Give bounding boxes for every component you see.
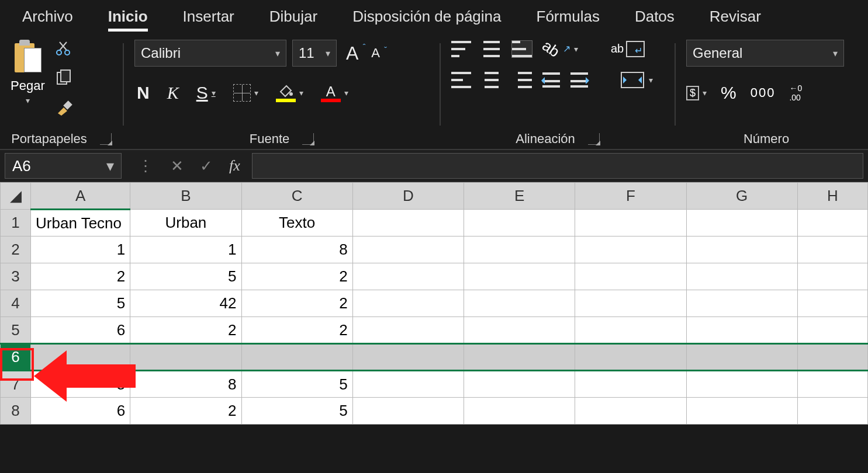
col-header-b[interactable]: B xyxy=(130,183,241,210)
tab-formulas[interactable]: Fórmulas xyxy=(519,2,617,33)
col-header-g[interactable]: G xyxy=(686,183,797,210)
wrap-text-button[interactable]: ab xyxy=(611,41,645,57)
cell[interactable]: 2 xyxy=(31,263,130,290)
cell[interactable]: 2 xyxy=(130,317,241,344)
cell[interactable] xyxy=(130,344,241,371)
cell[interactable] xyxy=(464,317,575,344)
cell[interactable] xyxy=(352,210,464,236)
cell[interactable] xyxy=(797,210,867,236)
cell[interactable]: 6 xyxy=(31,398,130,425)
cell[interactable] xyxy=(686,290,797,317)
cell[interactable]: Urban xyxy=(130,210,241,236)
cell[interactable] xyxy=(797,317,867,344)
cell[interactable] xyxy=(464,290,575,317)
col-header-f[interactable]: F xyxy=(575,183,686,210)
cell[interactable] xyxy=(352,371,464,398)
tab-disposicion[interactable]: Disposición de página xyxy=(335,2,518,33)
align-center-icon[interactable] xyxy=(482,72,502,88)
cell[interactable]: Urban Tecno xyxy=(31,210,130,236)
cell[interactable]: 5 xyxy=(31,371,130,398)
cell[interactable] xyxy=(352,398,464,425)
cell[interactable]: 5 xyxy=(241,398,352,425)
cell[interactable] xyxy=(797,371,867,398)
cell[interactable] xyxy=(686,371,797,398)
cell[interactable]: 2 xyxy=(241,263,352,290)
tab-dibujar[interactable]: Dibujar xyxy=(252,2,335,33)
cell[interactable] xyxy=(464,371,575,398)
cell[interactable] xyxy=(686,317,797,344)
cell[interactable] xyxy=(686,344,797,371)
number-format-combo[interactable]: General▾ xyxy=(686,40,844,67)
tab-archivo[interactable]: Archivo xyxy=(5,2,91,33)
namebox-expand-icon[interactable]: ⋮ xyxy=(138,157,154,175)
cell[interactable] xyxy=(575,317,686,344)
col-header-c[interactable]: C xyxy=(241,183,352,210)
borders-button[interactable]: ▾ xyxy=(231,84,261,102)
paste-label[interactable]: Pegar xyxy=(11,78,45,93)
merge-button[interactable]: ▾ xyxy=(621,72,653,88)
name-box[interactable]: A6▾ xyxy=(5,153,122,179)
increase-font-icon[interactable]: Aˆ xyxy=(343,43,362,64)
cell[interactable]: 8 xyxy=(241,236,352,263)
percent-button[interactable]: % xyxy=(721,83,736,103)
cell[interactable]: 2 xyxy=(241,290,352,317)
bold-button[interactable]: N xyxy=(134,83,152,103)
cell[interactable] xyxy=(575,398,686,425)
currency-button[interactable]: $▾ xyxy=(686,86,707,100)
align-middle-icon[interactable] xyxy=(482,41,502,57)
cell[interactable] xyxy=(686,236,797,263)
cell[interactable]: 6 xyxy=(31,317,130,344)
cell[interactable] xyxy=(352,317,464,344)
accept-formula-icon[interactable]: ✓ xyxy=(200,157,213,175)
tab-inicio[interactable]: Inicio xyxy=(91,2,165,33)
decrease-font-icon[interactable]: Aˇ xyxy=(368,46,383,61)
cell[interactable] xyxy=(686,210,797,236)
cell[interactable] xyxy=(464,236,575,263)
row-header[interactable]: 8 xyxy=(1,398,31,425)
cell[interactable] xyxy=(797,290,867,317)
align-left-icon[interactable] xyxy=(451,72,471,88)
cell[interactable] xyxy=(575,344,686,371)
copy-icon[interactable] xyxy=(56,69,74,86)
alignment-dialog-launcher[interactable] xyxy=(588,133,600,145)
clipboard-dialog-launcher[interactable] xyxy=(100,133,112,145)
cell[interactable] xyxy=(686,398,797,425)
paste-dropdown[interactable]: ▾ xyxy=(26,96,30,105)
italic-button[interactable]: K xyxy=(165,83,181,103)
fill-color-button[interactable]: ▾ xyxy=(274,84,306,102)
cell[interactable] xyxy=(31,344,130,371)
cell[interactable] xyxy=(575,371,686,398)
select-all-corner[interactable]: ◢ xyxy=(1,183,31,210)
cell[interactable] xyxy=(686,263,797,290)
cell[interactable] xyxy=(241,344,352,371)
cell[interactable]: 1 xyxy=(130,236,241,263)
cut-icon[interactable] xyxy=(56,40,74,57)
cell[interactable]: 8 xyxy=(130,371,241,398)
underline-button[interactable]: S▾ xyxy=(194,83,218,103)
cell[interactable] xyxy=(797,344,867,371)
col-header-e[interactable]: E xyxy=(464,183,575,210)
row-header[interactable]: 3 xyxy=(1,263,31,290)
increase-indent-icon[interactable] xyxy=(570,72,588,88)
fx-label[interactable]: fx xyxy=(229,157,240,175)
cell[interactable] xyxy=(575,236,686,263)
font-dialog-launcher[interactable] xyxy=(302,133,314,145)
col-header-h[interactable]: H xyxy=(797,183,867,210)
format-painter-icon[interactable] xyxy=(56,98,74,117)
cell[interactable]: 1 xyxy=(31,236,130,263)
row-header[interactable]: 5 xyxy=(1,317,31,344)
row-header[interactable]: 7 xyxy=(1,371,31,398)
cell[interactable] xyxy=(464,210,575,236)
align-bottom-icon[interactable] xyxy=(512,41,532,57)
paste-icon[interactable] xyxy=(11,40,44,77)
row-header[interactable]: 6 xyxy=(1,344,31,371)
col-header-a[interactable]: A xyxy=(31,183,130,210)
cell[interactable] xyxy=(352,290,464,317)
thousands-button[interactable]: 000 xyxy=(751,85,776,100)
decrease-indent-icon[interactable] xyxy=(542,72,560,88)
align-top-icon[interactable] xyxy=(451,41,471,57)
tab-insertar[interactable]: Insertar xyxy=(165,2,252,33)
cell[interactable] xyxy=(797,398,867,425)
cell[interactable] xyxy=(575,210,686,236)
tab-datos[interactable]: Datos xyxy=(617,2,692,33)
